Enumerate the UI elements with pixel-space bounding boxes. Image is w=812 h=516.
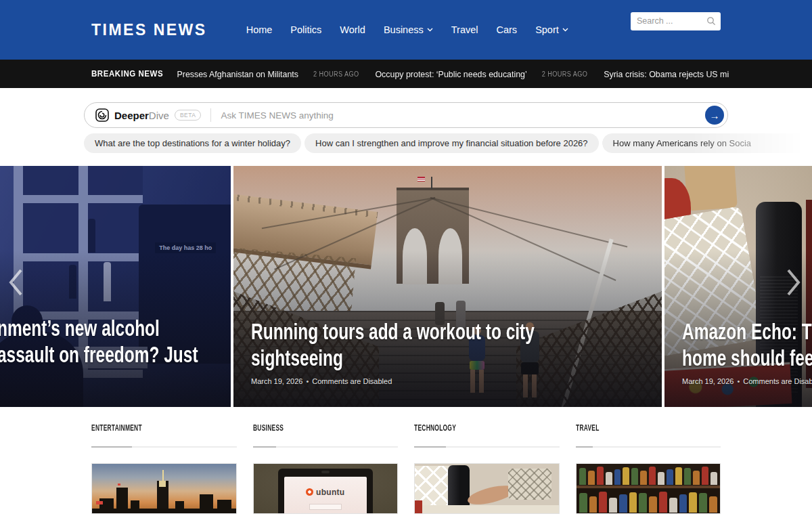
article-thumbnail-echo[interactable]	[414, 463, 560, 514]
nav-item-cars[interactable]: Cars	[497, 24, 518, 35]
nav-label: Sport	[535, 24, 559, 35]
brand-bold: Deeper	[114, 110, 149, 121]
section-divider	[91, 446, 237, 448]
meta-separator: •	[737, 377, 740, 385]
slide-title-link[interactable]: Amazon Echo: Th home should fee	[682, 318, 763, 371]
slide-title-link[interactable]: Running tours add a workout to city sigh…	[251, 318, 534, 371]
featured-carousel: The day has 28 ho nment’s new alcohol as…	[0, 166, 812, 407]
headline-line: nment’s new alcohol	[0, 315, 160, 341]
post-date: March 19, 2026	[682, 377, 734, 385]
carousel-next-button[interactable]	[785, 267, 803, 297]
bottle-shape	[684, 468, 691, 485]
section-heading[interactable]: ENTERTAINMENT	[91, 423, 193, 433]
suggestion-pill[interactable]: How can I strengthen and improve my fina…	[304, 133, 599, 153]
nav-label: World	[340, 24, 365, 35]
ticker-item[interactable]: Presses Afghanistan on Militants	[177, 69, 298, 79]
bottle-shape	[679, 494, 687, 512]
section-divider	[576, 446, 721, 448]
chevron-down-icon	[427, 28, 433, 32]
carousel-slide-alcohol[interactable]: The day has 28 ho nment’s new alcohol as…	[0, 166, 231, 407]
bottle-shape	[710, 472, 717, 485]
article-thumbnail-bar[interactable]	[576, 463, 721, 514]
ticker-item[interactable]: Syria crisis: Obama rejects US mi	[604, 69, 729, 79]
bar-photo-shape	[577, 464, 721, 513]
bottle-shape	[658, 472, 664, 485]
bottle-shape	[589, 496, 597, 513]
section-heading[interactable]: TRAVEL	[576, 423, 677, 433]
bottle-shape	[669, 498, 677, 513]
slide-meta: March 19, 2026•Comments are Disabled	[251, 377, 644, 385]
nav-label: Business	[384, 24, 424, 35]
deeperdive-brand: DeeperDive	[114, 110, 169, 121]
carousel-slide-running[interactable]: Running tours add a workout to city sigh…	[233, 166, 662, 407]
deeperdive-logo-icon	[95, 108, 109, 122]
beta-badge: BETA	[175, 110, 202, 121]
monitor-photo-shape: ubuntu	[254, 464, 398, 513]
screen-shape: ubuntu	[284, 477, 367, 514]
ubuntu-logo-icon	[306, 488, 313, 496]
lampshade-shape	[683, 166, 738, 211]
article-thumbnail-ubuntu[interactable]: ubuntu	[253, 463, 399, 514]
bottle-shape	[699, 493, 707, 513]
red-sign-shape	[96, 501, 103, 504]
section-technology: TECHNOLOGY	[414, 423, 560, 514]
section-divider	[414, 446, 560, 448]
top-header: TIMES NEWS Home Politics World Business …	[0, 0, 812, 60]
chevron-right-icon	[785, 267, 803, 297]
suggestion-pill[interactable]: What are the top destinations for a wint…	[84, 133, 301, 153]
suggestion-pill[interactable]: How many Americans rely on Socia	[602, 133, 812, 153]
nav-item-travel[interactable]: Travel	[451, 24, 478, 35]
section-travel: TRAVEL	[576, 423, 721, 514]
nav-item-business[interactable]: Business	[384, 24, 433, 35]
nav-item-home[interactable]: Home	[246, 24, 273, 35]
flag-pole-shape	[431, 177, 432, 189]
bottle-shape	[599, 492, 607, 513]
carousel-prev-button[interactable]	[7, 267, 24, 297]
bottle-shape	[702, 467, 708, 485]
bottle-shape	[709, 496, 717, 513]
headline-line: Running tours add a workout to city	[251, 318, 534, 345]
skyline-band-shape	[92, 509, 236, 513]
monitor-shape: ubuntu	[278, 469, 373, 514]
headline-line: sightseeing	[251, 345, 534, 371]
breaking-news-bar: BREAKING NEWS Presses Afghanistan on Mil…	[0, 60, 812, 88]
section-heading[interactable]: BUSINESS	[253, 423, 355, 433]
skyline-photo-shape	[92, 464, 236, 513]
bottle-shape	[693, 471, 700, 484]
comments-status: Comments are Disabled	[312, 377, 392, 385]
nav-item-politics[interactable]: Politics	[290, 24, 321, 35]
search-icon[interactable]	[706, 16, 716, 26]
article-thumbnail-skyline[interactable]	[91, 463, 237, 514]
sofa-shape	[415, 505, 559, 513]
bottle-shape	[629, 492, 637, 513]
ai-submit-button[interactable]: →	[705, 106, 724, 125]
site-logo[interactable]: TIMES NEWS	[91, 21, 207, 39]
ticker-item[interactable]: Occupy protest: ‘Public needs educating’	[375, 69, 526, 79]
nav-item-sport[interactable]: Sport	[535, 24, 568, 35]
bottle-shape	[623, 467, 629, 485]
red-accent-shape	[415, 500, 422, 513]
suggestion-pills: What are the top destinations for a wint…	[84, 133, 728, 153]
bottle-shape	[579, 468, 586, 485]
section-heading[interactable]: TECHNOLOGY	[414, 423, 516, 433]
bottle-shape	[675, 467, 682, 485]
carousel-slide-echo[interactable]: Amazon Echo: Th home should fee March 19…	[664, 166, 812, 407]
bottle-shape	[609, 498, 617, 513]
section-divider	[253, 446, 399, 448]
divider	[210, 108, 211, 122]
post-date: March 19, 2026	[251, 377, 302, 385]
ticker-timestamp: 2 HOURS AGO	[313, 70, 359, 78]
main-nav: Home Politics World Business Travel Cars…	[246, 24, 568, 35]
ai-search-section: DeeperDive BETA → What are the top desti…	[0, 88, 812, 153]
category-sections: ENTERTAINMENT BUSINESS	[91, 407, 721, 514]
ai-question-input[interactable]	[221, 110, 705, 121]
nav-item-world[interactable]: World	[340, 24, 365, 35]
slide-title-link[interactable]: nment’s new alcohol assault on freedom? …	[0, 315, 160, 368]
headline-line: home should fee	[682, 345, 763, 371]
meta-separator: •	[306, 377, 309, 385]
ticker-timestamp: 2 HOURS AGO	[542, 70, 587, 78]
headline-line: Amazon Echo: Th	[682, 318, 763, 345]
pillow-shape	[508, 469, 551, 499]
search-input[interactable]	[637, 16, 706, 26]
chevron-down-icon	[562, 28, 568, 32]
